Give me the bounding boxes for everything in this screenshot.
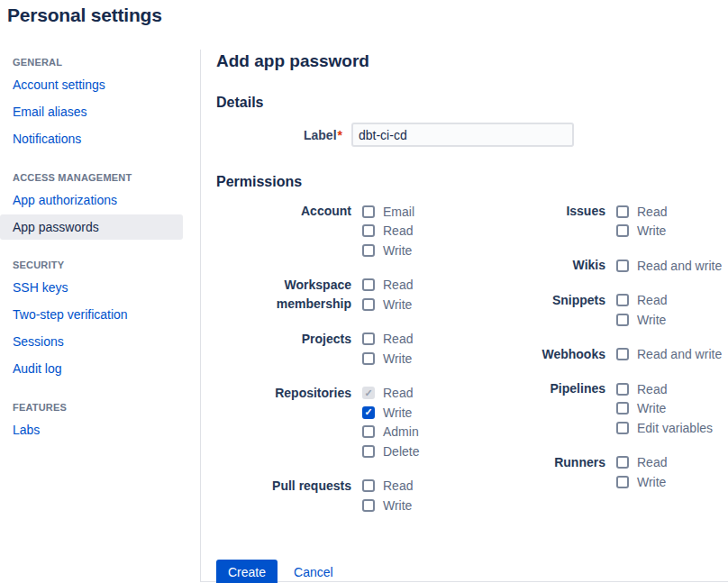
option-label: Write — [383, 405, 412, 420]
sidebar-item-notifications[interactable]: Notifications — [0, 125, 200, 152]
option-webhooks-read-and-write[interactable]: Read and write — [616, 345, 722, 365]
checkbox-repositories-admin[interactable] — [362, 425, 375, 438]
permission-group-account: AccountEmailReadWrite — [216, 202, 532, 260]
form-actions: Create Cancel — [216, 560, 728, 583]
permission-options-pull-requests: ReadWrite — [362, 477, 413, 515]
checkbox-snippets-write[interactable] — [616, 314, 629, 326]
sidebar-item-app-authorizations[interactable]: App authorizations — [0, 187, 200, 214]
permission-group-runners: RunnersReadWrite — [532, 453, 728, 492]
option-runners-write[interactable]: Write — [616, 472, 667, 492]
permission-group-label-snippets: Snippets — [532, 291, 605, 330]
checkbox-projects-write[interactable] — [362, 352, 375, 365]
checkbox-snippets-read[interactable] — [616, 294, 629, 306]
option-repositories-write[interactable]: Write — [362, 403, 419, 423]
option-issues-write[interactable]: Write — [616, 222, 667, 241]
checkbox-runners-read[interactable] — [616, 456, 629, 469]
permission-group-label-runners: Runners — [532, 453, 605, 492]
option-projects-write[interactable]: Write — [362, 349, 413, 369]
cancel-link[interactable]: Cancel — [294, 565, 333, 579]
option-repositories-admin[interactable]: Admin — [362, 423, 419, 442]
option-label: Read — [383, 332, 413, 346]
option-label: Write — [383, 498, 412, 513]
checkbox-pull-requests-read[interactable] — [362, 479, 375, 492]
option-repositories-delete[interactable]: Delete — [362, 442, 419, 461]
checkbox-account-read[interactable] — [362, 224, 375, 237]
checkbox-pipelines-read[interactable] — [616, 383, 629, 396]
permission-group-projects: ProjectsReadWrite — [216, 330, 532, 369]
checkbox-account-write[interactable] — [362, 244, 375, 257]
option-account-write[interactable]: Write — [362, 241, 414, 260]
permission-group-label-account: Account — [216, 202, 351, 260]
option-label: Read — [637, 205, 667, 219]
checkbox-webhooks-read-and-write[interactable] — [616, 348, 629, 360]
option-pipelines-write[interactable]: Write — [616, 399, 713, 419]
option-label: Read and write — [637, 347, 722, 361]
sidebar-item-ssh-keys[interactable]: SSH keys — [0, 274, 200, 301]
option-label: Read — [383, 386, 413, 400]
checkbox-projects-read[interactable] — [362, 332, 375, 345]
sidebar-item-email-aliases[interactable]: Email aliases — [0, 98, 200, 125]
checkbox-wikis-read-and-write[interactable] — [616, 260, 629, 272]
sidebar-section-header-security: SECURITY — [13, 260, 187, 270]
option-repositories-read: Read — [362, 384, 419, 404]
option-workspace-membership-read[interactable]: Read — [362, 276, 413, 296]
checkbox-repositories-delete[interactable] — [362, 445, 375, 458]
permission-group-wikis: WikisRead and write — [532, 256, 728, 276]
permission-group-label-wikis: Wikis — [532, 256, 605, 276]
label-field-caption: Label* — [216, 128, 351, 142]
checkbox-workspace-membership-write[interactable] — [362, 298, 375, 311]
permission-group-pull-requests: Pull requestsReadWrite — [216, 477, 532, 515]
option-pipelines-edit-variables[interactable]: Edit variables — [616, 418, 713, 438]
option-wikis-read-and-write[interactable]: Read and write — [616, 256, 722, 276]
permissions-column-2: IssuesReadWriteWikisRead and writeSnippe… — [532, 202, 728, 531]
main-content: Add app password Details Label* Permissi… — [216, 50, 728, 583]
create-button[interactable]: Create — [216, 560, 278, 583]
label-input[interactable] — [351, 123, 574, 147]
permission-group-label-pipelines: Pipelines — [532, 379, 605, 438]
settings-sidebar: GENERALAccount settingsEmail aliasesNoti… — [0, 50, 200, 443]
checkbox-runners-write[interactable] — [616, 476, 629, 488]
option-pipelines-read[interactable]: Read — [616, 379, 713, 399]
option-label: Admin — [383, 424, 419, 439]
option-label: Write — [383, 243, 412, 258]
permission-group-label-webhooks: Webhooks — [532, 345, 605, 365]
option-label: Write — [637, 223, 666, 238]
option-account-email[interactable]: Email — [362, 202, 414, 222]
sidebar-item-account-settings[interactable]: Account settings — [0, 71, 200, 98]
option-runners-read[interactable]: Read — [616, 453, 667, 473]
details-heading: Details — [216, 95, 728, 111]
permission-options-repositories: ReadWriteAdminDelete — [362, 384, 419, 461]
sidebar-item-app-passwords[interactable]: App passwords — [0, 214, 183, 240]
option-snippets-write[interactable]: Write — [616, 310, 667, 330]
option-account-read[interactable]: Read — [362, 222, 414, 241]
checkbox-pipelines-write[interactable] — [616, 402, 629, 414]
permission-group-label-projects: Projects — [216, 330, 351, 369]
checkbox-issues-read[interactable] — [616, 205, 629, 218]
option-projects-read[interactable]: Read — [362, 330, 413, 350]
checkbox-checked-repositories-write[interactable] — [362, 406, 375, 419]
checkbox-account-email[interactable] — [362, 205, 375, 218]
option-label: Write — [637, 401, 666, 415]
sidebar-item-audit-log[interactable]: Audit log — [0, 355, 200, 382]
checkbox-pull-requests-write[interactable] — [362, 499, 375, 512]
option-snippets-read[interactable]: Read — [616, 291, 667, 311]
sidebar-section-header-general: GENERAL — [13, 57, 187, 68]
option-workspace-membership-write[interactable]: Write — [362, 295, 413, 314]
option-pull-requests-write[interactable]: Write — [362, 496, 413, 515]
sidebar-item-labs[interactable]: Labs — [0, 416, 200, 443]
permission-options-projects: ReadWrite — [362, 330, 413, 369]
sidebar-item-two-step-verification[interactable]: Two-step verification — [0, 301, 200, 328]
option-issues-read[interactable]: Read — [616, 202, 667, 222]
sidebar-divider — [200, 50, 201, 581]
checkbox-pipelines-edit-variables[interactable] — [616, 422, 629, 434]
option-label: Write — [383, 351, 412, 366]
permission-group-label-pull-requests: Pull requests — [216, 477, 351, 515]
permission-group-webhooks: WebhooksRead and write — [532, 345, 728, 365]
label-caption-text: Label — [304, 128, 337, 142]
checkbox-workspace-membership-read[interactable] — [362, 278, 375, 291]
sidebar-item-sessions[interactable]: Sessions — [0, 328, 200, 355]
option-label: Read — [637, 293, 667, 307]
option-pull-requests-read[interactable]: Read — [362, 477, 413, 496]
option-label: Read and write — [637, 259, 722, 273]
checkbox-issues-write[interactable] — [616, 224, 629, 237]
